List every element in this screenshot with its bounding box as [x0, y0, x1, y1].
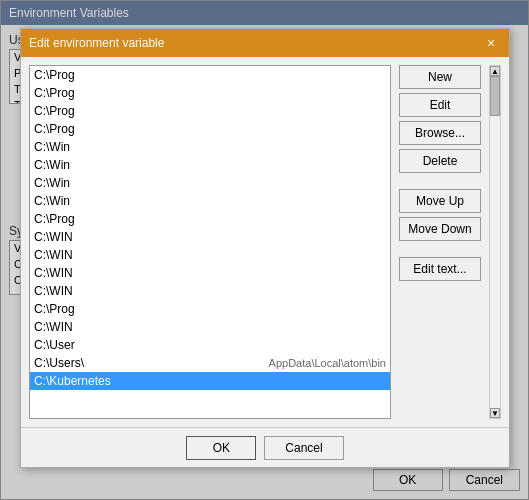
- button-separator-2: [399, 245, 481, 253]
- right-scrollbar[interactable]: ▲ ▼: [489, 65, 501, 419]
- modal-bottom-bar: OK Cancel: [21, 427, 509, 467]
- modal-cancel-button[interactable]: Cancel: [264, 436, 343, 460]
- edit-text-button[interactable]: Edit text...: [399, 257, 481, 281]
- modal-close-button[interactable]: ×: [481, 33, 501, 53]
- scrollbar-up-arrow[interactable]: ▲: [490, 66, 500, 76]
- list-item[interactable]: C:\Prog: [30, 84, 390, 102]
- scrollbar-thumb[interactable]: [490, 76, 500, 116]
- list-item[interactable]: C:\Win: [30, 192, 390, 210]
- list-item[interactable]: C:\WIN: [30, 264, 390, 282]
- list-item[interactable]: C:\WIN: [30, 246, 390, 264]
- modal-ok-button[interactable]: OK: [186, 436, 256, 460]
- list-item-atom[interactable]: C:\Users\ AppData\Local\atom\bin: [30, 354, 390, 372]
- browse-button[interactable]: Browse...: [399, 121, 481, 145]
- new-button[interactable]: New: [399, 65, 481, 89]
- modal-title: Edit environment variable: [29, 36, 164, 50]
- list-item-selected[interactable]: C:\Kubernetes: [30, 372, 390, 390]
- list-item[interactable]: C:\Win: [30, 138, 390, 156]
- path-list-container: C:\Prog C:\Prog C:\Prog C:\Prog C:\Win C…: [29, 65, 391, 419]
- edit-button[interactable]: Edit: [399, 93, 481, 117]
- button-separator: [399, 177, 481, 185]
- modal-titlebar: Edit environment variable ×: [21, 29, 509, 57]
- list-item[interactable]: C:\Prog: [30, 210, 390, 228]
- list-item[interactable]: C:\Prog: [30, 300, 390, 318]
- list-item[interactable]: C:\Win: [30, 174, 390, 192]
- move-down-button[interactable]: Move Down: [399, 217, 481, 241]
- scrollbar-track: [490, 76, 500, 408]
- scrollbar-down-arrow[interactable]: ▼: [490, 408, 500, 418]
- action-buttons: New Edit Browse... Delete Move Up Move D…: [399, 65, 481, 419]
- move-up-button[interactable]: Move Up: [399, 189, 481, 213]
- list-item[interactable]: C:\WIN: [30, 228, 390, 246]
- list-item[interactable]: C:\Prog: [30, 66, 390, 84]
- list-item[interactable]: C:\WIN: [30, 318, 390, 336]
- list-item[interactable]: C:\User: [30, 336, 390, 354]
- modal-body: C:\Prog C:\Prog C:\Prog C:\Prog C:\Win C…: [21, 57, 509, 427]
- list-item[interactable]: C:\Win: [30, 156, 390, 174]
- modal-dialog: Edit environment variable × C:\Prog C:\P…: [20, 28, 510, 468]
- path-list[interactable]: C:\Prog C:\Prog C:\Prog C:\Prog C:\Win C…: [29, 65, 391, 419]
- delete-button[interactable]: Delete: [399, 149, 481, 173]
- list-item[interactable]: C:\Prog: [30, 120, 390, 138]
- list-item[interactable]: C:\WIN: [30, 282, 390, 300]
- list-item[interactable]: C:\Prog: [30, 102, 390, 120]
